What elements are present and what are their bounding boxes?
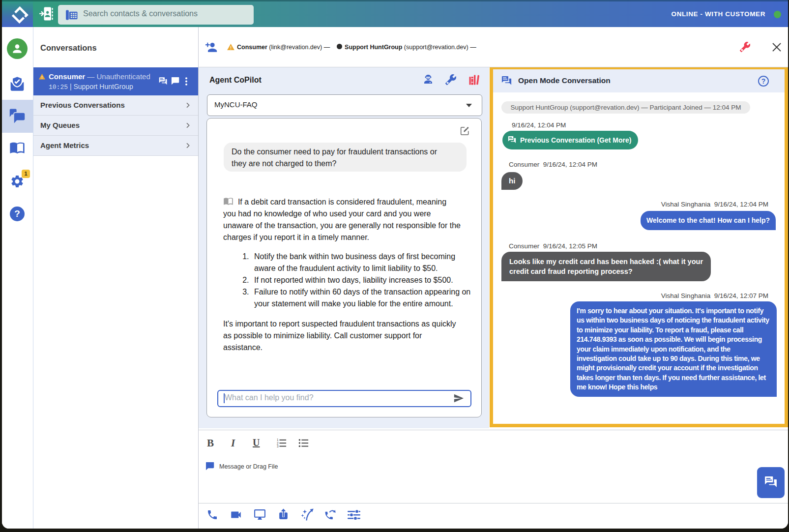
svg-text:3: 3 xyxy=(277,444,279,448)
